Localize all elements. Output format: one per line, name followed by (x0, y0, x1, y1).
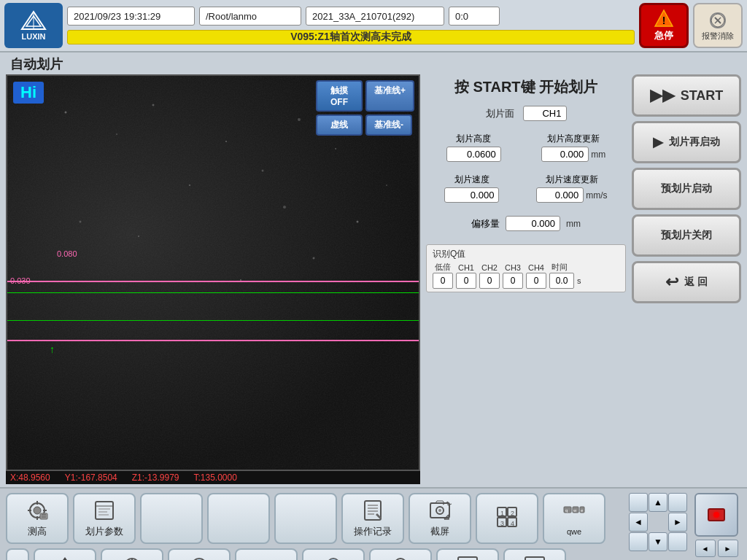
nav-up[interactable]: ▲ (649, 493, 667, 512)
diagnostics-button[interactable]: SOS 诊断信息 (503, 548, 566, 560)
pre-start-button[interactable]: 预划片启动 (632, 168, 741, 210)
svg-point-14 (262, 170, 264, 172)
camera-controls: 触摸 OFF 基准线+ 虚线 基准线- (316, 80, 414, 136)
nav-downright[interactable] (668, 532, 687, 551)
record-button[interactable] (708, 508, 725, 521)
qwe-button[interactable]: q w e qwe (543, 493, 605, 544)
direct-control: ◄ ► Direct (692, 493, 741, 560)
svg-point-24 (34, 507, 41, 514)
height-input[interactable] (446, 147, 501, 162)
diagnostics-icon: SOS (523, 554, 546, 560)
q-val-0[interactable] (433, 273, 453, 289)
height-update-input[interactable] (541, 147, 589, 162)
initialize-button[interactable]: 初始化 (34, 548, 96, 560)
svg-point-16 (80, 221, 82, 223)
toolbar-btn5[interactable] (274, 493, 337, 544)
svg-rect-32 (96, 502, 113, 519)
record-indicator (694, 493, 738, 537)
extra-controls: ◄ ► (695, 540, 738, 557)
return-label: 返 回 (684, 276, 708, 289)
alert-clear-label: 报警消除 (702, 31, 734, 42)
grid-button[interactable]: 1 2 3 4 (476, 493, 538, 544)
arrow-up-indicator: ↑ (50, 343, 55, 355)
status-t: T:135.0000 (194, 472, 237, 483)
nav-center (649, 513, 667, 532)
extra-btn-right[interactable]: ► (718, 540, 738, 557)
nav-upleft[interactable] (629, 493, 648, 512)
line-pink-bottom (7, 340, 419, 341)
pre-start-label: 预划片启动 (661, 182, 712, 195)
q-val-2[interactable] (479, 273, 500, 289)
svg-point-10 (152, 104, 155, 106)
nav-right[interactable]: ► (668, 513, 687, 532)
offset-input[interactable] (506, 216, 560, 231)
touch-line1: 触摸 (325, 85, 354, 97)
ems-button[interactable]: ! 急停 (639, 3, 689, 48)
return-button[interactable]: ↩ 返 回 (632, 261, 741, 303)
speed-update-input[interactable] (536, 187, 584, 203)
qwe-label: qwe (567, 527, 581, 536)
qwe-icon: q w e (562, 501, 586, 524)
touch-button[interactable]: 触摸 OFF (316, 80, 363, 112)
nav-left[interactable]: ◄ (629, 513, 648, 532)
start-button[interactable]: ▶▶ START (632, 74, 741, 117)
history-button[interactable]: SOS 历史记录 (436, 548, 499, 560)
svg-point-21 (313, 257, 315, 260)
svg-text:!: ! (662, 15, 666, 26)
nav-arrows-grid: ▲ ◄ ► ▼ (629, 493, 687, 551)
operation-log-button[interactable]: 操作记录 (341, 493, 404, 544)
operation-log-icon (361, 499, 384, 522)
speed-input[interactable] (444, 187, 499, 203)
svg-point-19 (357, 221, 359, 223)
work-vacuum-button[interactable]: 工作台真空 (369, 548, 432, 560)
small-sq-button[interactable] (6, 548, 29, 560)
q-col-1: CH1 (456, 263, 476, 272)
slice-water-button[interactable]: 划片水 (168, 548, 231, 560)
q-val-4[interactable] (526, 273, 546, 289)
baseline-minus-button[interactable]: 基准线- (365, 114, 412, 136)
pre-stop-button[interactable]: 预划片关闭 (632, 214, 741, 257)
offset-unit: mm (566, 219, 581, 229)
slice-params-button[interactable]: 划片参数 (73, 493, 136, 544)
start-label: START (681, 88, 724, 104)
alert-clear-button[interactable]: 报警消除 (693, 3, 743, 48)
record-dot (713, 512, 719, 518)
svg-text:w: w (573, 508, 577, 513)
q-val-1[interactable] (456, 273, 476, 289)
q-val-time[interactable] (549, 273, 574, 289)
q-cols-row: 低倍 CH1 CH2 CH3 CH4 时间 (433, 262, 619, 273)
nav-upright[interactable] (668, 493, 687, 512)
svg-marker-60 (58, 557, 72, 560)
dashed-line-button[interactable]: 虚线 (316, 114, 363, 136)
measure-icon (26, 499, 49, 522)
slice-face-input[interactable] (523, 106, 567, 121)
q-unit: s (577, 276, 581, 285)
svg-point-20 (386, 184, 387, 186)
extra-btn-left[interactable]: ◄ (695, 540, 716, 557)
height-update-label: 划片高度更新 (547, 133, 600, 145)
top-info: 2021/09/23 19:31:29 /Root/lanmo 2021_33A… (67, 7, 635, 44)
q-section: 识别Q值 低倍 CH1 CH2 CH3 CH4 时间 s (426, 244, 626, 292)
svg-text:1: 1 (500, 510, 504, 517)
nav-downleft[interactable] (629, 532, 648, 551)
svg-rect-79 (525, 557, 544, 560)
toolbar-btn4[interactable] (207, 493, 270, 544)
wash-vacuum-button[interactable]: 清洗台真空 (302, 548, 365, 560)
restart-button[interactable]: ▶ 划片再启动 (632, 121, 741, 163)
wash-vacuum-icon (322, 554, 345, 560)
svg-rect-74 (458, 557, 477, 560)
measure-height-button[interactable]: 测高 (6, 493, 69, 544)
q-col-3: CH3 (503, 263, 523, 272)
screenshot-button[interactable]: 截屏 (409, 493, 471, 544)
bottom-toolbar: 测高 划片参数 (0, 487, 747, 560)
restart-play-icon: ▶ (653, 134, 663, 150)
nav-down[interactable]: ▼ (649, 532, 667, 551)
height-label: 划片高度 (456, 133, 491, 145)
spindle-button[interactable]: 主轴 (101, 548, 163, 560)
speed-unit: mm/s (586, 190, 607, 201)
toolbar-btn-empty1[interactable] (235, 548, 298, 560)
toolbar-btn3[interactable] (140, 493, 203, 544)
svg-text:4: 4 (511, 520, 514, 527)
q-val-3[interactable] (503, 273, 523, 289)
baseline-plus-button[interactable]: 基准线+ (365, 80, 414, 112)
